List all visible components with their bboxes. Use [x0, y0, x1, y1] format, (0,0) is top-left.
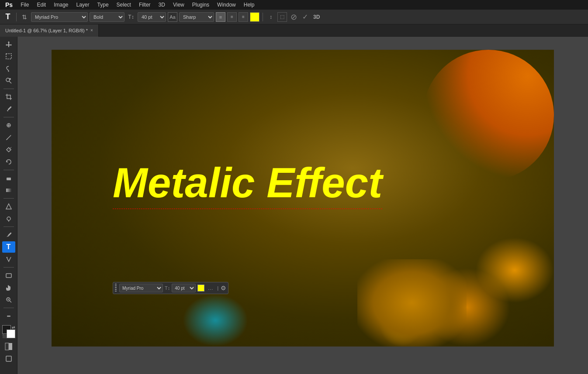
cancel-button[interactable]: ⊘ — [289, 12, 298, 22]
inline-font-size-icon: T↕ — [165, 285, 170, 291]
rectangle-tool[interactable] — [2, 270, 15, 281]
canvas-area[interactable]: Metalic Effect Myriad Pro T↕ 40 pt ... | — [17, 37, 588, 374]
menu-filter[interactable]: Filter — [135, 1, 154, 9]
marquee-tool[interactable] — [2, 51, 15, 62]
eraser-tool[interactable] — [2, 172, 15, 184]
inline-more-button[interactable]: ... — [206, 285, 215, 291]
lasso-tool[interactable] — [2, 63, 15, 74]
text-orientation-icon[interactable]: ⇅ — [20, 12, 29, 22]
quick-select-tool[interactable] — [2, 75, 15, 86]
canvas-main-text[interactable]: Metalic Effect — [113, 159, 382, 209]
inline-color-swatch[interactable] — [197, 285, 204, 292]
menu-file[interactable]: File — [17, 1, 32, 9]
type-tool-icon: T — [3, 12, 13, 22]
font-family-select[interactable]: Myriad Pro — [31, 12, 88, 22]
font-size-icon: T↕ — [126, 12, 136, 22]
svg-rect-12 — [5, 343, 9, 350]
font-size-select[interactable]: 40 pt — [138, 12, 166, 22]
canvas-container: Metalic Effect Myriad Pro T↕ 40 pt ... | — [52, 50, 554, 347]
menu-ps[interactable]: Ps — [2, 0, 16, 9]
svg-rect-13 — [9, 343, 12, 350]
commit-button[interactable]: ✓ — [300, 12, 310, 22]
type-tool[interactable]: T — [2, 241, 15, 253]
menu-bar: Ps File Edit Image Layer Type Select Fil… — [0, 0, 588, 10]
background-color[interactable] — [7, 329, 15, 338]
gradient-tool[interactable] — [2, 185, 15, 196]
inline-font-size-select[interactable]: 40 pt — [172, 284, 196, 292]
more-tools-button[interactable]: ••• — [2, 310, 15, 322]
font-style-select[interactable]: Bold — [90, 12, 125, 22]
svg-rect-7 — [6, 189, 11, 192]
svg-point-2 — [6, 78, 10, 82]
inline-divider: | — [217, 286, 218, 291]
menu-plugins[interactable]: Plugins — [189, 1, 213, 9]
document-tab[interactable]: Untitled-1 @ 66.7% (Layer 1, RGB/8) * × — [0, 24, 99, 37]
svg-rect-4 — [7, 110, 8, 111]
svg-rect-14 — [6, 356, 11, 361]
brush-tool[interactable] — [2, 132, 15, 143]
align-center-button[interactable]: ≡ — [227, 12, 237, 22]
pen-tool[interactable] — [2, 229, 15, 240]
fg-bg-color-picker: ⇄ ⬛ — [2, 325, 15, 338]
menu-window[interactable]: Window — [214, 1, 239, 9]
warp-text-icon[interactable]: Aa — [168, 12, 177, 22]
clone-tool[interactable] — [2, 144, 15, 155]
blur-tool[interactable] — [2, 201, 15, 212]
tab-label: Untitled-1 @ 66.7% (Layer 1, RGB/8) * — [5, 28, 88, 33]
history-brush-tool[interactable] — [2, 156, 15, 168]
align-right-button[interactable]: ≡ — [239, 12, 248, 22]
baseline-shift-icon[interactable]: ↕ — [266, 12, 276, 22]
divider-1 — [16, 13, 17, 21]
dodge-tool[interactable] — [2, 213, 15, 224]
tool-separator-4 — [3, 198, 14, 199]
menu-view[interactable]: View — [169, 1, 188, 9]
inline-settings-button[interactable]: ⚙ — [221, 285, 226, 292]
zoom-tool[interactable] — [2, 294, 15, 305]
svg-marker-0 — [6, 41, 12, 47]
text-color-swatch[interactable] — [250, 12, 259, 22]
default-colors-icon[interactable]: ⬛ — [2, 334, 7, 338]
tab-close-button[interactable]: × — [90, 28, 93, 33]
eyedropper-tool[interactable] — [2, 103, 15, 115]
tool-separator-1 — [3, 89, 14, 89]
inline-font-family-select[interactable]: Myriad Pro — [119, 284, 163, 292]
options-bar: T ⇅ Myriad Pro Bold T↕ 40 pt Aa Sharp ≡ … — [0, 10, 588, 24]
menu-edit[interactable]: Edit — [33, 1, 49, 9]
menu-3d[interactable]: 3D — [155, 1, 169, 9]
toolbar: T ••• ⇄ ⬛ — [0, 37, 17, 374]
tool-separator-7 — [3, 308, 14, 308]
create-warp-icon[interactable]: ⬚ — [277, 12, 287, 22]
menu-layer[interactable]: Layer — [73, 1, 93, 9]
swap-colors-icon[interactable]: ⇄ — [12, 325, 15, 329]
healing-tool[interactable] — [2, 120, 15, 131]
menu-image[interactable]: Image — [50, 1, 72, 9]
tool-separator-3 — [3, 170, 14, 170]
tool-separator-2 — [3, 117, 14, 117]
3d-button[interactable]: 3D — [311, 14, 322, 20]
main-area: T ••• ⇄ ⬛ — [0, 37, 588, 374]
svg-point-8 — [7, 217, 10, 220]
menu-select[interactable]: Select — [113, 1, 135, 9]
hand-tool[interactable] — [2, 282, 15, 293]
path-select-tool[interactable] — [2, 254, 15, 265]
quick-mask-button[interactable] — [2, 341, 15, 352]
tool-separator-6 — [3, 267, 14, 268]
align-left-button[interactable]: ≡ — [216, 12, 225, 22]
menu-type[interactable]: Type — [94, 1, 112, 9]
crop-tool[interactable] — [2, 91, 15, 103]
inline-text-toolbar: Myriad Pro T↕ 40 pt ... | ⚙ — [113, 282, 228, 294]
toolbar-drag-handle[interactable] — [115, 284, 117, 292]
screen-mode-button[interactable] — [2, 353, 15, 364]
svg-rect-1 — [6, 54, 11, 59]
tool-separator-5 — [3, 226, 14, 227]
menu-help[interactable]: Help — [240, 1, 258, 9]
svg-rect-10 — [6, 274, 11, 278]
divider-2 — [263, 13, 263, 21]
canvas-background: Metalic Effect Myriad Pro T↕ 40 pt ... | — [52, 50, 554, 347]
svg-point-3 — [9, 78, 11, 80]
move-tool[interactable] — [2, 38, 15, 50]
tab-bar: Untitled-1 @ 66.7% (Layer 1, RGB/8) * × — [0, 24, 588, 37]
anti-alias-select[interactable]: Sharp — [179, 12, 214, 22]
